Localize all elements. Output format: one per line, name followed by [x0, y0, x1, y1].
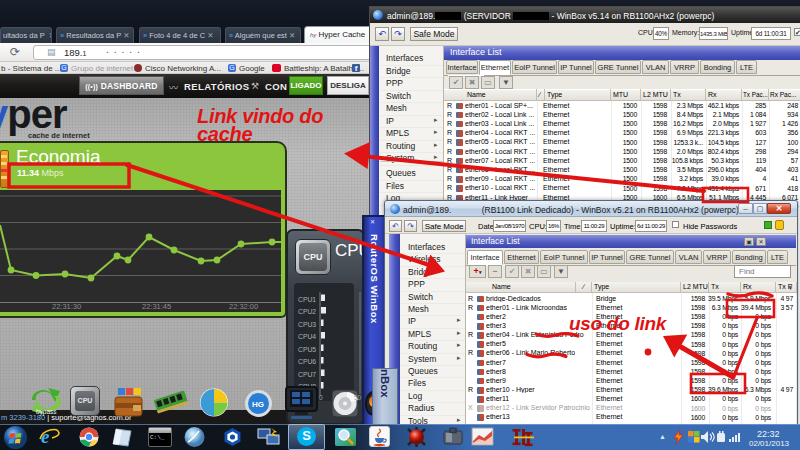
svg-text:CPU6: CPU6: [298, 358, 316, 365]
svg-text:HG: HG: [252, 400, 264, 409]
svg-text:22:31:45: 22:31:45: [142, 302, 171, 311]
svg-text:e: e: [41, 426, 50, 447]
svg-text:bypass: bypass: [36, 408, 57, 416]
svg-text:CPU1: CPU1: [298, 296, 316, 303]
svg-text:CPU4: CPU4: [298, 333, 316, 340]
svg-text:CPU5: CPU5: [298, 346, 316, 353]
svg-text:CPU3: CPU3: [298, 321, 316, 328]
svg-text:22:32:00: 22:32:00: [229, 302, 258, 311]
svg-text:22:31:30: 22:31:30: [52, 302, 81, 311]
svg-text:CPU7: CPU7: [298, 371, 316, 378]
svg-text:CPU2: CPU2: [298, 308, 316, 315]
